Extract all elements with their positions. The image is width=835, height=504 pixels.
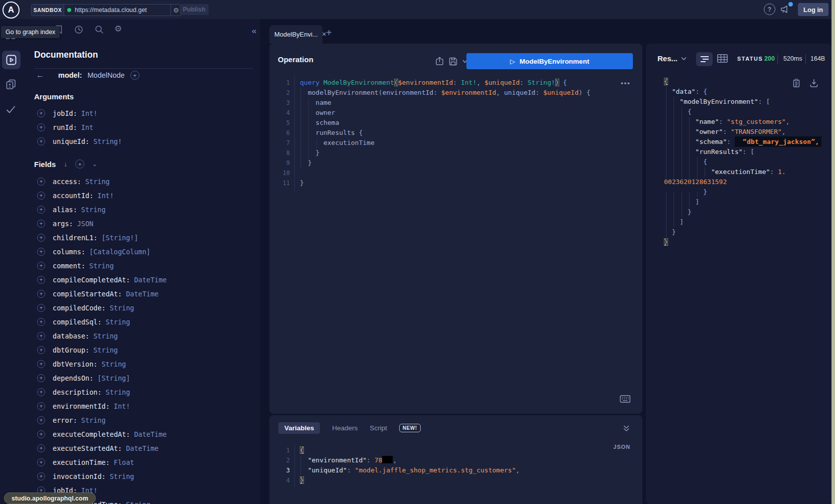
field-type[interactable]: Int <box>81 123 93 131</box>
add-field-icon[interactable]: + <box>37 444 45 452</box>
field-type[interactable]: DateTime <box>126 290 158 298</box>
field-name[interactable]: dbtGroup: <box>53 346 89 354</box>
operation-tab-active[interactable]: ModelByEnvi... ✕ <box>269 25 322 44</box>
add-field-icon[interactable]: + <box>37 458 45 466</box>
response-panel-title[interactable]: Res... <box>657 54 678 63</box>
add-field-icon[interactable]: + <box>37 137 45 145</box>
chevron-down-icon[interactable]: ⌄ <box>92 161 97 167</box>
doc-field-row[interactable]: +compiledCode:String <box>37 301 166 315</box>
doc-field-row[interactable]: +compiledSql:String <box>37 315 166 329</box>
add-field-icon[interactable]: + <box>37 123 45 131</box>
rail-item-explorer-selected[interactable] <box>2 51 21 69</box>
doc-field-row[interactable]: +database:String <box>37 329 166 343</box>
table-view-toggle[interactable] <box>717 54 728 63</box>
field-name[interactable]: uniqueId: <box>53 137 89 145</box>
add-field-icon[interactable]: + <box>37 276 45 284</box>
operation-editor[interactable]: 1query ModelByEnvironment($environmentId… <box>271 78 622 188</box>
publish-button[interactable]: Publish <box>180 4 209 15</box>
back-arrow-icon[interactable]: ← <box>36 71 44 80</box>
doc-field-row[interactable]: +environmentId:Int! <box>37 399 166 413</box>
add-field-icon[interactable]: + <box>37 290 45 298</box>
tab-variables[interactable]: Variables <box>278 422 320 434</box>
add-field-icon[interactable]: + <box>37 220 45 228</box>
add-field-icon[interactable]: + <box>37 402 45 410</box>
variables-editor[interactable]: 1{2 "environmentId": 78,3 "uniqueId": "m… <box>271 445 622 485</box>
add-field-icon[interactable]: + <box>37 472 45 480</box>
add-field-icon[interactable]: + <box>37 360 45 368</box>
add-field-icon[interactable]: + <box>37 248 45 256</box>
field-name[interactable]: compiledCode: <box>53 304 106 312</box>
field-type[interactable]: String <box>89 262 114 270</box>
doc-field-row[interactable]: +dbtVersion:String <box>37 357 166 371</box>
field-name[interactable]: dependsOn: <box>53 374 93 382</box>
field-type[interactable]: DateTime <box>134 430 166 438</box>
save-icon[interactable] <box>449 57 457 66</box>
doc-field-row[interactable]: +compileCompletedAt:DateTime <box>37 273 166 287</box>
help-button[interactable]: ? <box>764 4 775 15</box>
field-type[interactable]: String <box>101 360 126 368</box>
field-name[interactable]: alias: <box>53 206 77 214</box>
doc-field-row[interactable]: +comment:String <box>37 259 166 273</box>
doc-field-row[interactable]: +description:String <box>37 385 166 399</box>
doc-field-row[interactable]: +executionTime:Float <box>37 455 166 469</box>
field-type[interactable]: DateTime <box>134 276 166 284</box>
field-name[interactable]: database: <box>53 332 89 340</box>
field-type[interactable]: Float <box>114 458 134 466</box>
field-type[interactable]: [CatalogColumn] <box>89 248 150 256</box>
field-type[interactable]: JSON <box>77 220 94 228</box>
doc-field-row[interactable]: +args:JSON <box>37 217 166 231</box>
endpoint-url-input[interactable]: https://metadata.cloud.get <box>64 5 171 16</box>
doc-field-row[interactable]: +executeCompletedAt:DateTime <box>37 427 166 441</box>
collapse-sidebar-icon[interactable]: « <box>252 26 256 36</box>
add-field-icon[interactable]: + <box>37 262 45 270</box>
history-button[interactable] <box>74 25 83 34</box>
field-name[interactable]: description: <box>53 388 102 396</box>
new-tab-icon[interactable]: + <box>326 27 332 39</box>
response-dropdown-chevron-icon[interactable] <box>681 57 687 61</box>
field-name[interactable]: compiledSql: <box>53 318 102 326</box>
field-name[interactable]: comment: <box>53 262 85 270</box>
field-type[interactable]: Int! <box>114 402 130 410</box>
field-name[interactable]: invocationId: <box>53 472 106 480</box>
collapse-panel-button[interactable] <box>623 425 630 432</box>
search-button[interactable] <box>95 25 104 34</box>
tab-headers[interactable]: Headers <box>332 424 358 432</box>
doc-field-row[interactable]: +accountId:Int! <box>37 189 166 203</box>
add-field-icon[interactable]: + <box>37 332 45 340</box>
tab-script[interactable]: Script <box>370 424 387 432</box>
doc-field-row[interactable]: +dbtGroup:String <box>37 343 166 357</box>
add-field-icon[interactable]: + <box>37 206 45 214</box>
field-type[interactable]: String <box>126 500 150 504</box>
sort-fields-icon[interactable]: ↓ <box>64 160 67 168</box>
field-name[interactable]: compileStartedAt: <box>53 290 122 298</box>
field-type[interactable]: String <box>106 388 130 396</box>
field-type[interactable]: String <box>81 206 106 214</box>
share-icon[interactable] <box>435 57 444 66</box>
rail-item-schema[interactable] <box>6 79 16 90</box>
add-field-icon[interactable]: + <box>37 109 45 117</box>
doc-field-row[interactable]: +jobId:Int! <box>37 106 122 120</box>
login-button[interactable]: Log in <box>798 3 828 16</box>
field-type[interactable]: String <box>81 416 106 424</box>
field-name[interactable]: error: <box>53 416 77 424</box>
apollo-logo[interactable]: A <box>3 2 20 19</box>
add-field-icon[interactable]: + <box>37 430 45 438</box>
run-operation-button[interactable]: ▷ ModelByEnvironment <box>466 53 633 69</box>
field-type[interactable]: [String] <box>97 374 130 382</box>
field-type[interactable]: String! <box>93 137 122 145</box>
add-field-icon[interactable]: + <box>37 346 45 354</box>
selected-field-type[interactable]: ModelNode <box>88 71 125 79</box>
doc-field-row[interactable]: +columns:[CatalogColumn] <box>37 245 166 259</box>
doc-field-row[interactable]: +uniqueId:String! <box>37 134 122 148</box>
field-name[interactable]: compileCompletedAt: <box>53 276 130 284</box>
settings-button[interactable]: ⚙ <box>114 24 122 34</box>
doc-field-row[interactable]: +invocationId:String <box>37 469 166 483</box>
field-type[interactable]: Int! <box>81 109 98 117</box>
field-name[interactable]: executeStartedAt: <box>53 444 122 452</box>
doc-field-row[interactable]: +childrenL1:[String!] <box>37 231 166 245</box>
doc-field-row[interactable]: +compileStartedAt:DateTime <box>37 287 166 301</box>
field-type[interactable]: String <box>110 304 134 312</box>
add-field-icon[interactable]: + <box>37 234 45 242</box>
field-name[interactable]: accountId: <box>53 192 93 200</box>
field-name[interactable]: executeCompletedAt: <box>53 430 130 438</box>
